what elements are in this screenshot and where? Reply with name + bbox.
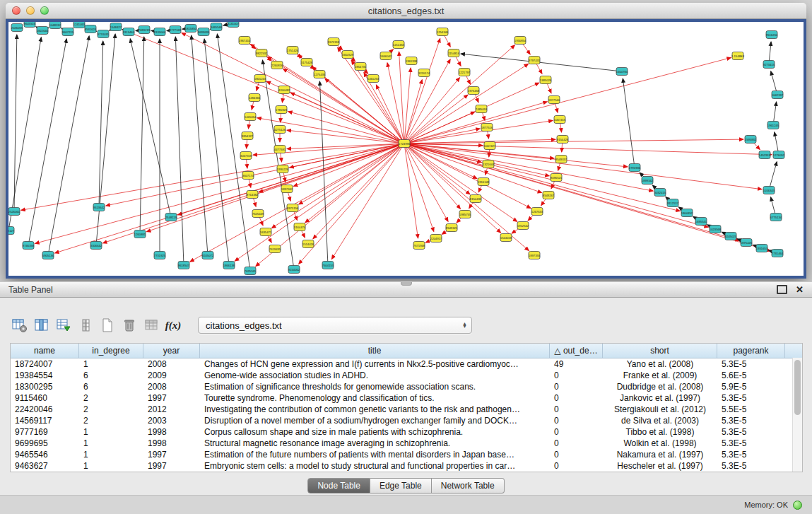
network-node[interactable]: 9699695 (198, 28, 210, 36)
network-node[interactable]: 1854731 (355, 63, 367, 71)
network-node[interactable]: 1254346 (437, 28, 449, 36)
citation-edge-red[interactable] (404, 144, 470, 194)
table-row[interactable]: 911546021997Tourette syndrome. Phenomeno… (11, 392, 802, 404)
network-node[interactable]: 7485053 (476, 105, 488, 113)
citation-edge-red[interactable] (404, 144, 762, 189)
network-node[interactable]: 3164474 (294, 223, 306, 231)
network-node[interactable]: 9513642 (93, 204, 105, 211)
network-node[interactable]: 9154062 (288, 266, 300, 274)
network-node[interactable]: 1267633 (531, 208, 543, 216)
network-node[interactable]: 1212453 (393, 41, 405, 49)
citation-edge-red[interactable] (35, 144, 404, 243)
citation-edge-red[interactable] (404, 144, 517, 221)
citation-edge-red[interactable] (305, 144, 404, 223)
minimize-window-button[interactable] (26, 6, 35, 15)
zoom-window-button[interactable] (40, 6, 49, 15)
network-node[interactable]: 8154432 (470, 195, 482, 203)
citation-edge-black[interactable] (461, 54, 622, 71)
select-columns-icon[interactable] (33, 317, 50, 334)
network-node[interactable]: 9154428 (557, 136, 569, 144)
citation-edge-red[interactable] (404, 144, 418, 238)
citation-edge-red[interactable] (404, 58, 731, 144)
network-node[interactable]: 8096521 (551, 174, 563, 182)
network-node[interactable]: 1067415 (554, 116, 566, 124)
network-node[interactable]: 1961245 (767, 122, 779, 129)
network-node[interactable]: 1420054 (245, 113, 257, 121)
column-header-short[interactable]: short (603, 344, 717, 358)
network-node[interactable]: 1276052 (773, 151, 785, 159)
table-row[interactable]: 946554611997Estimation of the future num… (11, 449, 802, 460)
column-header-year[interactable]: year (143, 344, 200, 358)
network-node[interactable]: 8531624 (85, 25, 97, 33)
citation-edge-red[interactable] (404, 144, 434, 232)
close-window-button[interactable] (12, 6, 20, 15)
network-node[interactable]: 9822532 (256, 49, 268, 57)
network-node[interactable]: 1260881 (134, 230, 146, 238)
citation-edge-red[interactable] (331, 144, 404, 259)
table-row[interactable]: 946362711997Embryonic stem cells: a mode… (11, 460, 802, 472)
tab-edge-table[interactable]: Edge Table (370, 478, 432, 493)
citation-edge-red[interactable] (293, 144, 404, 186)
network-node[interactable]: 2526061 (8, 208, 20, 216)
citation-edge-red[interactable] (404, 144, 448, 221)
citation-edge-red[interactable] (364, 73, 404, 144)
network-node[interactable]: 3175428 (301, 59, 313, 66)
network-node[interactable]: 9645516 (24, 22, 36, 28)
network-node[interactable]: 1985755 (459, 211, 471, 218)
network-node[interactable]: 9714382 (247, 191, 259, 199)
network-node[interactable]: 4275126 (274, 126, 286, 134)
network-node[interactable]: 8133044 (154, 28, 166, 36)
network-node[interactable]: 9667215 (62, 28, 74, 36)
network-canvas[interactable]: 2026055964551618226401048312966721512414… (8, 22, 804, 276)
network-node[interactable]: 7731925 (154, 252, 166, 259)
citation-edge-red[interactable] (404, 139, 743, 144)
network-node[interactable]: 1452919 (759, 151, 771, 159)
network-node[interactable]: 1461253 (367, 75, 379, 83)
network-node[interactable]: 6775134 (770, 214, 782, 221)
citation-edge-red[interactable] (404, 78, 460, 144)
network-node[interactable]: 4477591 (274, 146, 286, 153)
citation-edge-black[interactable] (140, 37, 144, 234)
citation-edge-red[interactable] (399, 52, 404, 144)
network-node[interactable]: 8131007 (228, 22, 240, 28)
table-selector-dropdown[interactable]: citations_edges.txt ▲▼ (198, 317, 472, 334)
network-node[interactable]: 1866138 (223, 262, 235, 269)
network-node[interactable]: 9245072 (202, 252, 214, 259)
column-header-pagerank[interactable]: pagerank (717, 344, 785, 358)
network-node[interactable]: 9777169 (170, 26, 182, 34)
network-node[interactable]: 1321644 (483, 160, 495, 168)
table-row[interactable]: 969969511998Structural magnetic resonanc… (11, 438, 802, 449)
network-node[interactable]: 7731464 (772, 250, 784, 257)
network-node[interactable]: 1815850 (185, 25, 197, 33)
network-node[interactable]: 7683219 (139, 26, 151, 34)
network-node[interactable]: 9549337 (555, 156, 567, 163)
citation-edge-black[interactable] (204, 39, 229, 265)
network-node[interactable]: 3220174 (418, 69, 430, 77)
network-node[interactable]: 1284365 (249, 94, 261, 102)
network-node[interactable]: 1514426 (302, 240, 314, 248)
table-row[interactable]: 1938455462009Genome-wide association stu… (11, 370, 802, 381)
network-node[interactable]: 2791936 (629, 164, 641, 172)
network-node[interactable]: 1635471 (260, 228, 272, 236)
network-node[interactable]: 1642337 (772, 91, 784, 99)
network-node[interactable]: 1804452 (681, 209, 693, 217)
network-node[interactable]: 7671948 (413, 242, 425, 250)
network-node[interactable]: 1695541 (695, 218, 707, 226)
network-node[interactable]: 3607174 (242, 172, 254, 180)
network-node[interactable]: 1751426 (287, 47, 299, 54)
network-node[interactable]: 9245023 (725, 233, 737, 240)
close-panel-icon[interactable]: ✕ (796, 285, 804, 294)
network-node[interactable]: 3032415 (654, 189, 666, 197)
citation-edge-black[interactable] (96, 34, 115, 245)
create-table-icon[interactable] (99, 317, 116, 334)
network-node[interactable]: 7625341 (245, 267, 257, 275)
network-node[interactable]: 1961938 (406, 57, 418, 65)
network-node[interactable]: 1931657 (756, 245, 768, 252)
network-node[interactable]: 9854327 (242, 132, 254, 140)
network-node[interactable]: 1930854 (514, 37, 526, 45)
network-node[interactable]: 1016343 (763, 187, 775, 194)
citation-edge-black[interactable] (769, 162, 777, 190)
citation-edge-black[interactable] (623, 78, 635, 168)
tab-node-table[interactable]: Node Table (307, 478, 370, 493)
tab-network-table[interactable]: Network Table (432, 478, 505, 493)
